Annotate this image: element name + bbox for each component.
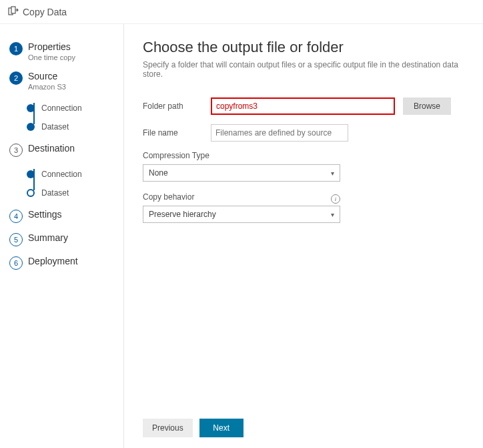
substep-dot-icon bbox=[27, 189, 35, 197]
folder-path-row: Folder path Browse bbox=[143, 97, 464, 115]
step-label: Properties bbox=[28, 41, 75, 52]
step-summary[interactable]: 5 Summary bbox=[0, 228, 123, 252]
next-button[interactable]: Next bbox=[199, 419, 244, 437]
page-description: Specify a folder that will contain outpu… bbox=[143, 60, 464, 79]
step-label: Source bbox=[28, 71, 66, 81]
substep-label: Connection bbox=[41, 103, 82, 113]
step-number: 5 bbox=[9, 233, 23, 246]
browse-button[interactable]: Browse bbox=[403, 97, 451, 115]
substep-destination-dataset[interactable]: Dataset bbox=[27, 184, 123, 202]
substep-source-connection[interactable]: Connection bbox=[27, 99, 123, 118]
step-number: 4 bbox=[9, 210, 23, 223]
step-label: Settings bbox=[28, 209, 62, 220]
substep-dot-icon bbox=[27, 104, 35, 112]
substep-dot-icon bbox=[27, 170, 35, 178]
previous-button[interactable]: Previous bbox=[143, 419, 193, 437]
copy-behavior-label: Copy behavior bbox=[143, 192, 194, 202]
chevron-down-icon: ▾ bbox=[331, 211, 334, 218]
info-icon[interactable]: i bbox=[331, 194, 340, 204]
compression-select[interactable]: None ▾ bbox=[143, 164, 340, 182]
header: Copy Data bbox=[0, 0, 483, 24]
step-number: 3 bbox=[9, 144, 23, 157]
step-number: 2 bbox=[9, 71, 23, 85]
content-panel: Choose the output file or folder Specify… bbox=[124, 24, 483, 448]
step-deployment[interactable]: 6 Deployment bbox=[0, 252, 123, 275]
source-substeps: Connection Dataset bbox=[15, 96, 123, 139]
copy-icon bbox=[8, 6, 19, 17]
copy-behavior-value: Preserve hierarchy bbox=[149, 210, 216, 219]
folder-path-input[interactable] bbox=[211, 97, 395, 115]
compression-value: None bbox=[149, 168, 168, 178]
copy-behavior-select[interactable]: Preserve hierarchy ▾ bbox=[143, 206, 340, 223]
page-title: Choose the output file or folder bbox=[143, 39, 464, 56]
step-label: Summary bbox=[28, 232, 68, 243]
file-name-label: File name bbox=[143, 128, 211, 138]
step-number: 6 bbox=[9, 256, 23, 270]
destination-substeps: Connection Dataset bbox=[15, 162, 123, 205]
file-name-row: File name bbox=[143, 124, 464, 142]
footer-buttons: Previous Next bbox=[143, 419, 244, 437]
substep-label: Dataset bbox=[41, 122, 69, 132]
header-title: Copy Data bbox=[23, 7, 67, 17]
step-number: 1 bbox=[9, 42, 23, 55]
substep-label: Dataset bbox=[41, 188, 69, 198]
folder-path-label: Folder path bbox=[143, 101, 211, 111]
step-sublabel: Amazon S3 bbox=[28, 83, 66, 91]
step-label: Deployment bbox=[28, 256, 78, 266]
substep-label: Connection bbox=[41, 170, 82, 179]
compression-label: Compression Type bbox=[143, 151, 464, 160]
step-settings[interactable]: 4 Settings bbox=[0, 205, 123, 228]
step-source[interactable]: 2 Source Amazon S3 bbox=[0, 67, 123, 96]
substep-source-dataset[interactable]: Dataset bbox=[27, 118, 123, 136]
sidebar: 1 Properties One time copy 2 Source Amaz… bbox=[0, 24, 124, 448]
substep-destination-connection[interactable]: Connection bbox=[27, 165, 123, 184]
step-destination[interactable]: 3 Destination bbox=[0, 139, 123, 162]
chevron-down-icon: ▾ bbox=[331, 170, 334, 177]
step-properties[interactable]: 1 Properties One time copy bbox=[0, 37, 123, 67]
file-name-input bbox=[211, 124, 348, 142]
svg-rect-1 bbox=[11, 7, 15, 13]
substep-dot-icon bbox=[27, 123, 35, 131]
step-sublabel: One time copy bbox=[28, 53, 75, 61]
step-label: Destination bbox=[28, 143, 75, 154]
